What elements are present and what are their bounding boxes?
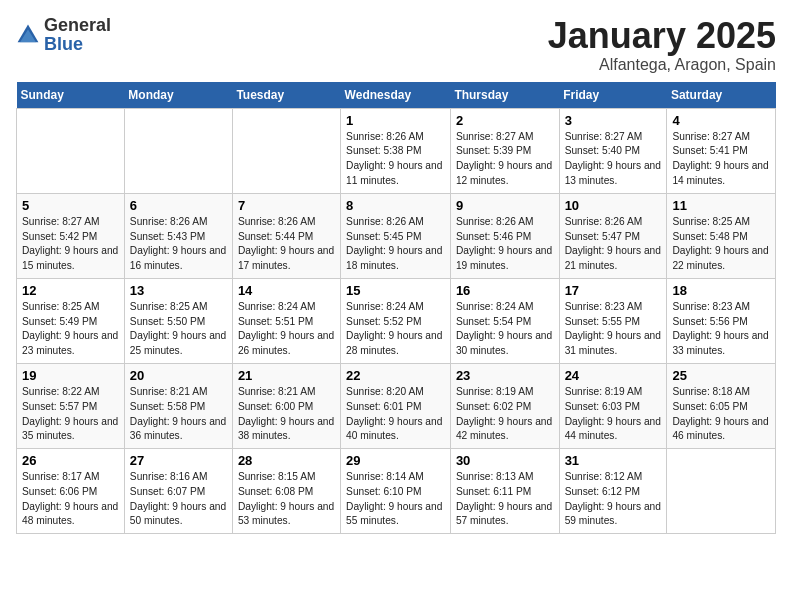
calendar-cell: 8Sunrise: 8:26 AMSunset: 5:45 PMDaylight…	[341, 193, 451, 278]
day-number: 21	[238, 368, 335, 383]
calendar-cell: 4Sunrise: 8:27 AMSunset: 5:41 PMDaylight…	[667, 108, 776, 193]
day-info: Sunrise: 8:26 AMSunset: 5:46 PMDaylight:…	[456, 215, 554, 274]
day-info: Sunrise: 8:26 AMSunset: 5:43 PMDaylight:…	[130, 215, 227, 274]
day-number: 8	[346, 198, 445, 213]
calendar-cell: 10Sunrise: 8:26 AMSunset: 5:47 PMDayligh…	[559, 193, 667, 278]
day-info: Sunrise: 8:23 AMSunset: 5:55 PMDaylight:…	[565, 300, 662, 359]
day-info: Sunrise: 8:24 AMSunset: 5:52 PMDaylight:…	[346, 300, 445, 359]
calendar-cell: 22Sunrise: 8:20 AMSunset: 6:01 PMDayligh…	[341, 363, 451, 448]
day-info: Sunrise: 8:19 AMSunset: 6:03 PMDaylight:…	[565, 385, 662, 444]
calendar-cell: 25Sunrise: 8:18 AMSunset: 6:05 PMDayligh…	[667, 363, 776, 448]
calendar-cell: 16Sunrise: 8:24 AMSunset: 5:54 PMDayligh…	[450, 278, 559, 363]
day-number: 25	[672, 368, 770, 383]
day-info: Sunrise: 8:24 AMSunset: 5:51 PMDaylight:…	[238, 300, 335, 359]
day-info: Sunrise: 8:26 AMSunset: 5:47 PMDaylight:…	[565, 215, 662, 274]
page-header: General Blue January 2025 Alfantega, Ara…	[16, 16, 776, 74]
month-title: January 2025	[548, 16, 776, 56]
calendar-cell	[667, 449, 776, 534]
day-info: Sunrise: 8:25 AMSunset: 5:49 PMDaylight:…	[22, 300, 119, 359]
day-number: 26	[22, 453, 119, 468]
day-number: 29	[346, 453, 445, 468]
day-info: Sunrise: 8:19 AMSunset: 6:02 PMDaylight:…	[456, 385, 554, 444]
day-info: Sunrise: 8:25 AMSunset: 5:48 PMDaylight:…	[672, 215, 770, 274]
day-number: 24	[565, 368, 662, 383]
calendar-cell: 11Sunrise: 8:25 AMSunset: 5:48 PMDayligh…	[667, 193, 776, 278]
calendar-cell: 15Sunrise: 8:24 AMSunset: 5:52 PMDayligh…	[341, 278, 451, 363]
day-number: 22	[346, 368, 445, 383]
day-number: 7	[238, 198, 335, 213]
calendar-week-4: 19Sunrise: 8:22 AMSunset: 5:57 PMDayligh…	[17, 363, 776, 448]
day-info: Sunrise: 8:20 AMSunset: 6:01 PMDaylight:…	[346, 385, 445, 444]
day-number: 28	[238, 453, 335, 468]
logo: General Blue	[16, 16, 111, 54]
day-info: Sunrise: 8:16 AMSunset: 6:07 PMDaylight:…	[130, 470, 227, 529]
day-info: Sunrise: 8:22 AMSunset: 5:57 PMDaylight:…	[22, 385, 119, 444]
day-number: 15	[346, 283, 445, 298]
header-day-thursday: Thursday	[450, 82, 559, 109]
day-info: Sunrise: 8:26 AMSunset: 5:38 PMDaylight:…	[346, 130, 445, 189]
day-info: Sunrise: 8:18 AMSunset: 6:05 PMDaylight:…	[672, 385, 770, 444]
day-info: Sunrise: 8:25 AMSunset: 5:50 PMDaylight:…	[130, 300, 227, 359]
day-number: 1	[346, 113, 445, 128]
header-day-friday: Friday	[559, 82, 667, 109]
logo-icon	[16, 23, 40, 47]
calendar-cell: 24Sunrise: 8:19 AMSunset: 6:03 PMDayligh…	[559, 363, 667, 448]
calendar-week-1: 1Sunrise: 8:26 AMSunset: 5:38 PMDaylight…	[17, 108, 776, 193]
header-day-saturday: Saturday	[667, 82, 776, 109]
calendar-cell: 3Sunrise: 8:27 AMSunset: 5:40 PMDaylight…	[559, 108, 667, 193]
calendar-cell: 5Sunrise: 8:27 AMSunset: 5:42 PMDaylight…	[17, 193, 125, 278]
day-number: 30	[456, 453, 554, 468]
day-number: 10	[565, 198, 662, 213]
calendar-week-5: 26Sunrise: 8:17 AMSunset: 6:06 PMDayligh…	[17, 449, 776, 534]
calendar-cell: 21Sunrise: 8:21 AMSunset: 6:00 PMDayligh…	[232, 363, 340, 448]
day-info: Sunrise: 8:12 AMSunset: 6:12 PMDaylight:…	[565, 470, 662, 529]
calendar-cell: 27Sunrise: 8:16 AMSunset: 6:07 PMDayligh…	[124, 449, 232, 534]
header-day-tuesday: Tuesday	[232, 82, 340, 109]
day-number: 19	[22, 368, 119, 383]
calendar-cell: 7Sunrise: 8:26 AMSunset: 5:44 PMDaylight…	[232, 193, 340, 278]
day-number: 20	[130, 368, 227, 383]
logo-general: General Blue	[44, 16, 111, 54]
calendar-week-2: 5Sunrise: 8:27 AMSunset: 5:42 PMDaylight…	[17, 193, 776, 278]
calendar-cell: 29Sunrise: 8:14 AMSunset: 6:10 PMDayligh…	[341, 449, 451, 534]
day-info: Sunrise: 8:21 AMSunset: 5:58 PMDaylight:…	[130, 385, 227, 444]
calendar-cell: 9Sunrise: 8:26 AMSunset: 5:46 PMDaylight…	[450, 193, 559, 278]
calendar-cell: 19Sunrise: 8:22 AMSunset: 5:57 PMDayligh…	[17, 363, 125, 448]
day-info: Sunrise: 8:14 AMSunset: 6:10 PMDaylight:…	[346, 470, 445, 529]
header-day-wednesday: Wednesday	[341, 82, 451, 109]
location-title: Alfantega, Aragon, Spain	[548, 56, 776, 74]
day-number: 17	[565, 283, 662, 298]
day-info: Sunrise: 8:26 AMSunset: 5:45 PMDaylight:…	[346, 215, 445, 274]
calendar-header-row: SundayMondayTuesdayWednesdayThursdayFrid…	[17, 82, 776, 109]
day-number: 2	[456, 113, 554, 128]
day-number: 18	[672, 283, 770, 298]
calendar-cell: 20Sunrise: 8:21 AMSunset: 5:58 PMDayligh…	[124, 363, 232, 448]
header-day-sunday: Sunday	[17, 82, 125, 109]
calendar-cell: 6Sunrise: 8:26 AMSunset: 5:43 PMDaylight…	[124, 193, 232, 278]
calendar-cell: 26Sunrise: 8:17 AMSunset: 6:06 PMDayligh…	[17, 449, 125, 534]
calendar-cell	[232, 108, 340, 193]
calendar-cell: 2Sunrise: 8:27 AMSunset: 5:39 PMDaylight…	[450, 108, 559, 193]
day-info: Sunrise: 8:13 AMSunset: 6:11 PMDaylight:…	[456, 470, 554, 529]
calendar-cell	[17, 108, 125, 193]
day-number: 16	[456, 283, 554, 298]
calendar-cell: 1Sunrise: 8:26 AMSunset: 5:38 PMDaylight…	[341, 108, 451, 193]
calendar-cell: 13Sunrise: 8:25 AMSunset: 5:50 PMDayligh…	[124, 278, 232, 363]
day-number: 4	[672, 113, 770, 128]
calendar-cell	[124, 108, 232, 193]
calendar-cell: 28Sunrise: 8:15 AMSunset: 6:08 PMDayligh…	[232, 449, 340, 534]
day-info: Sunrise: 8:26 AMSunset: 5:44 PMDaylight:…	[238, 215, 335, 274]
day-info: Sunrise: 8:27 AMSunset: 5:39 PMDaylight:…	[456, 130, 554, 189]
calendar-cell: 31Sunrise: 8:12 AMSunset: 6:12 PMDayligh…	[559, 449, 667, 534]
day-info: Sunrise: 8:21 AMSunset: 6:00 PMDaylight:…	[238, 385, 335, 444]
day-info: Sunrise: 8:15 AMSunset: 6:08 PMDaylight:…	[238, 470, 335, 529]
day-number: 14	[238, 283, 335, 298]
day-number: 5	[22, 198, 119, 213]
calendar-table: SundayMondayTuesdayWednesdayThursdayFrid…	[16, 82, 776, 535]
calendar-week-3: 12Sunrise: 8:25 AMSunset: 5:49 PMDayligh…	[17, 278, 776, 363]
day-number: 27	[130, 453, 227, 468]
day-number: 3	[565, 113, 662, 128]
day-number: 23	[456, 368, 554, 383]
day-number: 11	[672, 198, 770, 213]
day-info: Sunrise: 8:27 AMSunset: 5:42 PMDaylight:…	[22, 215, 119, 274]
